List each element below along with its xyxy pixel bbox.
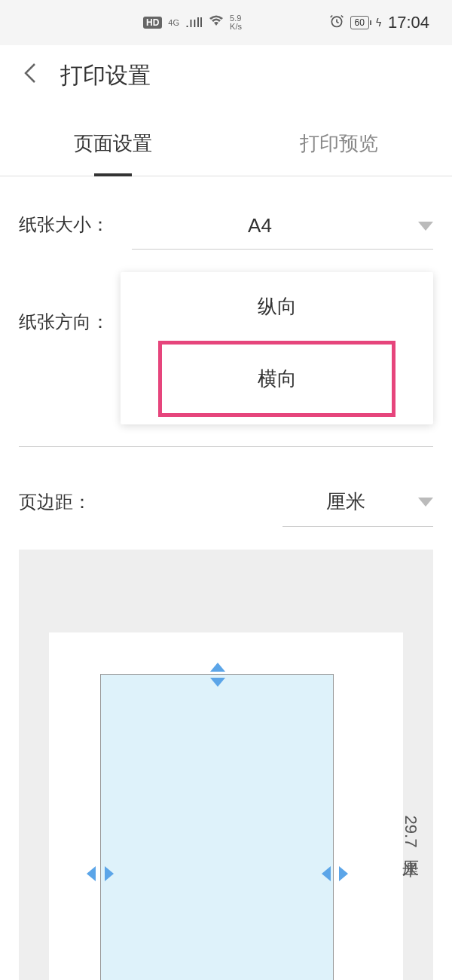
battery-icon: 60: [350, 16, 369, 29]
status-time: 17:04: [388, 13, 429, 32]
status-right: 60 ϟ 17:04: [329, 13, 429, 32]
orientation-option-portrait[interactable]: 纵向: [121, 272, 433, 341]
tab-label: 页面设置: [74, 132, 152, 155]
arrow-right-icon[interactable]: [105, 866, 114, 881]
option-label: 横向: [258, 367, 297, 390]
preview-area: 29.7厘米: [19, 550, 433, 980]
margins-value: 厘米: [326, 488, 365, 515]
chevron-down-icon: [418, 222, 433, 231]
paper-size-label: 纸张大小：: [19, 213, 117, 237]
chevron-down-icon: [418, 498, 433, 507]
orientation-option-landscape[interactable]: 横向: [158, 341, 396, 417]
back-button[interactable]: [23, 61, 38, 90]
tab-label: 打印预览: [300, 132, 378, 155]
paper-size-row: 纸张大小： A4: [0, 176, 452, 250]
wifi-icon: [209, 15, 224, 31]
paper-size-select[interactable]: A4: [132, 199, 433, 250]
orientation-row: 纸张方向： 纵向 横向: [0, 250, 452, 334]
arrow-right-icon[interactable]: [339, 866, 348, 881]
signal-icon: .ııll: [185, 15, 203, 31]
status-bar: HD 4G .ııll 5.9K/s 60 ϟ 17:04: [0, 0, 452, 45]
margins-label: 页边距：: [19, 490, 117, 514]
arrow-down-icon[interactable]: [210, 678, 225, 687]
hd-badge: HD: [143, 17, 162, 29]
margins-row: 页边距： 厘米: [0, 447, 452, 527]
arrow-up-icon[interactable]: [210, 663, 225, 672]
tab-print-preview[interactable]: 打印预览: [226, 121, 452, 176]
orientation-label: 纸张方向：: [19, 295, 109, 334]
height-dimension: 29.7厘米: [399, 816, 422, 848]
paper-size-value: A4: [132, 214, 388, 237]
content-rect[interactable]: [100, 674, 334, 980]
option-label: 纵向: [258, 295, 297, 317]
paper-preview[interactable]: [49, 632, 403, 980]
status-left: HD 4G .ııll 5.9K/s: [143, 14, 242, 31]
header: 打印设置: [0, 45, 452, 121]
margins-select[interactable]: 厘米: [282, 477, 433, 527]
tab-page-setup[interactable]: 页面设置: [0, 121, 226, 176]
arrow-left-icon[interactable]: [322, 866, 331, 881]
alarm-icon: [329, 14, 344, 32]
speed-text: 5.9K/s: [230, 14, 242, 31]
arrow-left-icon[interactable]: [87, 866, 96, 881]
tabs: 页面设置 打印预览: [0, 121, 452, 176]
page-title: 打印设置: [60, 60, 151, 91]
charging-icon: ϟ: [375, 17, 382, 29]
network-type: 4G: [168, 18, 179, 27]
orientation-dropdown: 纵向 横向: [121, 272, 433, 424]
